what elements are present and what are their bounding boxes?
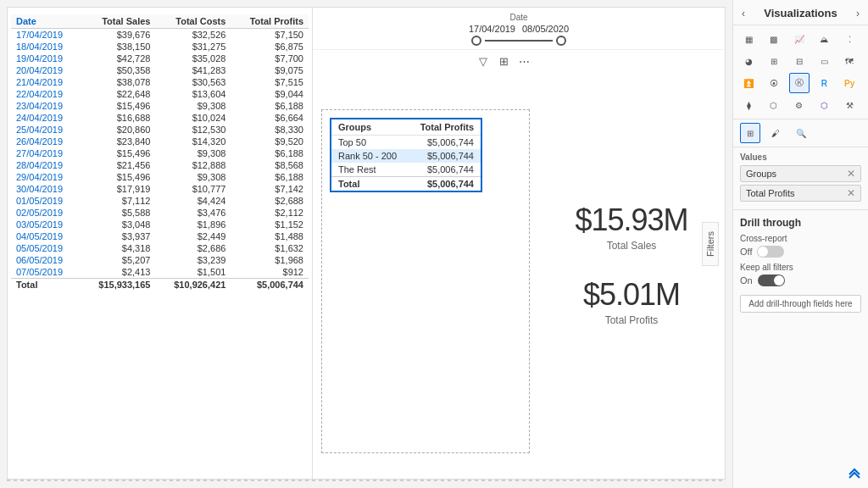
- cross-report-knob: [758, 247, 768, 257]
- groups-cell-profit: $5,006,744: [409, 163, 481, 177]
- viz-bar2-icon[interactable]: ▩: [764, 29, 784, 49]
- table-cell: 03/05/2019: [11, 219, 81, 230]
- more-icon[interactable]: ⋯: [516, 53, 531, 69]
- value-pill-groups[interactable]: Groups ✕: [740, 165, 861, 182]
- groups-cell-group: Rank 50 - 200: [331, 149, 409, 163]
- viz-matrix-icon[interactable]: ⊟: [789, 51, 810, 71]
- table-cell: $6,188: [231, 171, 309, 183]
- table-cell: $31,275: [155, 41, 231, 53]
- viz-funnel-icon[interactable]: ⏫: [738, 73, 759, 93]
- right-panel: ‹ Visualizations › ▦ ▩ 📈 ⛰ ⁚ ◕ ⊞ ⊟ ▭ 🗺 ⏫…: [732, 0, 868, 488]
- table-cell: $9,308: [155, 171, 231, 183]
- add-drill-fields-button[interactable]: Add drill-through fields here: [740, 295, 861, 313]
- table-cell: $7,142: [231, 183, 309, 195]
- expand-icon[interactable]: [844, 464, 865, 485]
- table-cell: $4,318: [81, 242, 156, 254]
- viz-custom1-icon[interactable]: ⧫: [738, 95, 759, 115]
- cross-report-toggle[interactable]: [757, 246, 784, 258]
- table-cell: $21,456: [81, 159, 156, 171]
- main-content: Date Total Sales Total Costs Total Profi…: [0, 0, 732, 488]
- panel-nav-left[interactable]: ‹: [742, 8, 745, 19]
- table-cell: $2,112: [231, 207, 309, 219]
- slider-left-handle[interactable]: [471, 36, 481, 46]
- value-groups-x[interactable]: ✕: [847, 168, 855, 180]
- table-total-cell: $5,006,744: [231, 279, 309, 291]
- table-cell: 26/04/2019: [11, 136, 81, 147]
- table-cell: $1,488: [231, 230, 309, 242]
- keep-filters-toggle[interactable]: [758, 274, 785, 286]
- table-cell: $2,686: [155, 242, 231, 254]
- table-cell: $912: [231, 266, 309, 279]
- viz-ai-icon[interactable]: ⬡: [814, 95, 834, 115]
- viz-analytics-icon[interactable]: 🔍: [791, 123, 811, 143]
- viz-build-icon[interactable]: ⚒: [839, 95, 860, 115]
- table-cell: 23/04/2019: [11, 100, 81, 112]
- table-cell: $9,044: [231, 88, 309, 100]
- viz-scatter-icon[interactable]: ⁚: [839, 29, 860, 49]
- table-cell: $12,530: [155, 124, 231, 136]
- table-cell: $8,330: [231, 124, 309, 136]
- viz-custom3-icon[interactable]: ⚙: [789, 95, 810, 115]
- viz-format-icon[interactable]: 🖌: [765, 123, 786, 143]
- date-end: 08/05/2020: [522, 24, 569, 34]
- focus-icon[interactable]: ⊞: [496, 53, 511, 69]
- table-cell: $7,515: [231, 76, 309, 88]
- table-cell: 07/05/2019: [11, 266, 81, 279]
- table-cell: 20/04/2019: [11, 64, 81, 76]
- table-total-cell: Total: [11, 279, 81, 291]
- filter-icon[interactable]: ▽: [476, 53, 491, 69]
- table-cell: $15,496: [81, 147, 156, 159]
- viz-area-icon[interactable]: ⛰: [814, 29, 834, 49]
- kpi-sales-label: Total Sales: [607, 240, 657, 252]
- date-range: 17/04/2019 08/05/2020: [469, 24, 569, 34]
- viz-r-icon[interactable]: R: [814, 73, 834, 93]
- data-table: Date Total Sales Total Costs Total Profi…: [11, 14, 309, 291]
- bottom-divider: [7, 480, 726, 481]
- table-cell: 24/04/2019: [11, 112, 81, 124]
- table-cell: $4,424: [155, 195, 231, 207]
- viz-fields-icon[interactable]: ⊞: [740, 123, 760, 143]
- viz-line-icon[interactable]: 📈: [789, 29, 810, 49]
- viz-gauge-icon[interactable]: ⦿: [764, 73, 784, 93]
- filters-tab[interactable]: Filters: [702, 222, 719, 266]
- groups-table-container: Groups Total Profits Top 50$5,006,744Ran…: [330, 118, 482, 192]
- viz-table-icon[interactable]: ⊞: [764, 51, 784, 71]
- table-cell: $2,413: [81, 266, 156, 279]
- viz-card-icon[interactable]: ▭: [814, 51, 834, 71]
- date-start: 17/04/2019: [469, 24, 515, 34]
- groups-cell-group: Top 50: [331, 136, 409, 150]
- value-groups-text: Groups: [746, 169, 776, 179]
- table-cell: $12,888: [155, 159, 231, 171]
- table-cell: $3,476: [155, 207, 231, 219]
- table-cell: $15,496: [81, 171, 156, 183]
- viz-pie-icon[interactable]: ◕: [738, 51, 759, 71]
- viz-bar-icon[interactable]: ▦: [738, 29, 759, 49]
- table-cell: $9,520: [231, 136, 309, 147]
- col-total-sales: Total Sales: [81, 14, 156, 29]
- table-cell: $3,937: [81, 230, 156, 242]
- value-pill-profits[interactable]: Total Profits ✕: [740, 185, 861, 202]
- table-cell: $6,875: [231, 41, 309, 53]
- date-slicer[interactable]: Date 17/04/2019 08/05/2020: [313, 8, 725, 50]
- keep-filters-knob: [774, 275, 784, 286]
- table-cell: 01/05/2019: [11, 195, 81, 207]
- table-cell: $6,188: [231, 147, 309, 159]
- table-total-cell: $10,926,421: [155, 279, 231, 291]
- viz-kpi-icon[interactable]: Ⓚ: [789, 73, 810, 93]
- keep-filters-on-label: On: [740, 275, 753, 286]
- slider-right-handle[interactable]: [556, 36, 566, 46]
- table-cell: $17,919: [81, 183, 156, 195]
- table-cell: $1,501: [155, 266, 231, 279]
- value-profits-x[interactable]: ✕: [847, 187, 855, 199]
- groups-total-cell: Total: [331, 177, 409, 191]
- viz-custom2-icon[interactable]: ⬡: [764, 95, 784, 115]
- table-cell: $6,188: [231, 100, 309, 112]
- viz-py-icon[interactable]: Py: [839, 73, 860, 93]
- table-cell: $1,152: [231, 219, 309, 230]
- kpi-area: $15.93M Total Sales $5.01M Total Profits: [538, 50, 725, 479]
- viz-map-icon[interactable]: 🗺: [839, 51, 860, 71]
- table-cell: $50,358: [81, 64, 156, 76]
- panel-nav-right[interactable]: ›: [856, 8, 860, 19]
- date-slider[interactable]: [471, 36, 566, 46]
- table-cell: 06/05/2019: [11, 254, 81, 266]
